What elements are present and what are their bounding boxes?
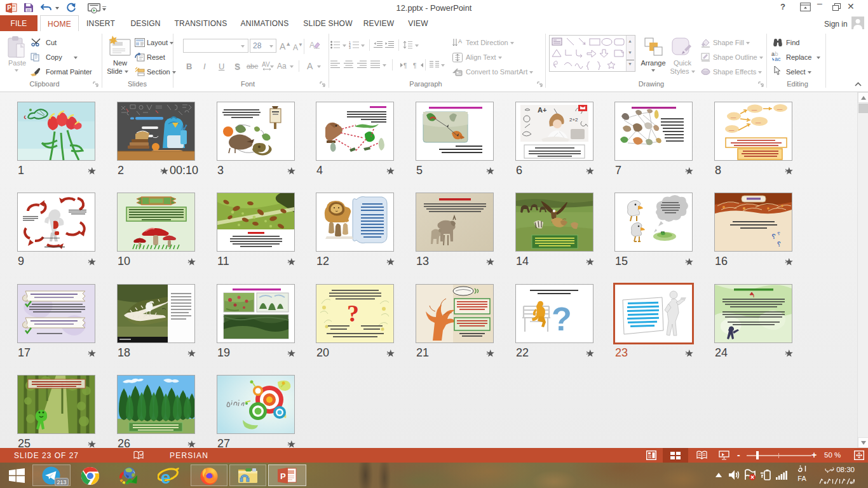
svg-text:?: ? xyxy=(777,241,781,248)
svg-text:A+: A+ xyxy=(538,106,546,114)
svg-text:¶: ¶ xyxy=(413,62,416,69)
svg-text:3: 3 xyxy=(349,46,351,49)
svg-text:?: ? xyxy=(347,300,359,327)
svg-text:___: ___ xyxy=(776,106,783,110)
svg-text:¶: ¶ xyxy=(403,62,407,69)
svg-text:___: ___ xyxy=(730,114,736,118)
svg-text:___: ___ xyxy=(755,119,761,123)
svg-text:?: ? xyxy=(552,301,572,337)
svg-text:2+2: 2+2 xyxy=(569,117,578,123)
svg-text:___: ___ xyxy=(728,127,735,131)
svg-text:?: ? xyxy=(777,231,780,236)
svg-text:AV: AV xyxy=(262,61,270,68)
svg-text:ac: ac xyxy=(775,56,781,62)
svg-text:A: A xyxy=(309,41,315,50)
svg-text:A: A xyxy=(458,38,462,44)
svg-text:P: P xyxy=(280,471,286,481)
svg-text:___: ___ xyxy=(751,107,757,111)
svg-text:?: ? xyxy=(771,233,776,240)
svg-text:e: e xyxy=(161,468,171,486)
